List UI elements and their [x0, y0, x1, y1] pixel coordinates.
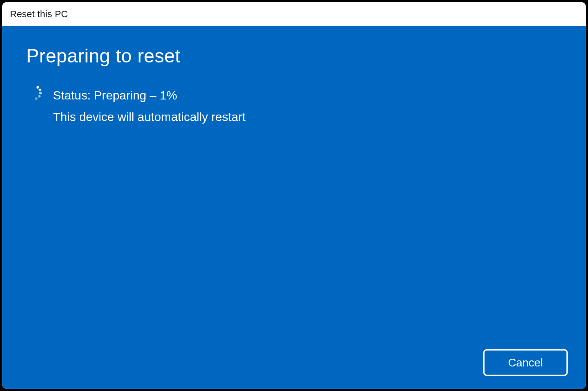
status-row: Status: Preparing – 1% This device will … [26, 85, 562, 128]
status-text-block: Status: Preparing – 1% This device will … [53, 85, 246, 128]
progress-spinner-icon [26, 85, 42, 100]
dialog-footer: Cancel [483, 349, 568, 376]
cancel-button[interactable]: Cancel [483, 349, 568, 376]
reset-pc-dialog: Reset this PC Preparing to reset Status:… [2, 2, 586, 389]
page-heading: Preparing to reset [26, 45, 562, 67]
dialog-content: Preparing to reset Status: Preparing – 1… [2, 26, 586, 389]
status-line: Status: Preparing – 1% [53, 85, 246, 106]
dialog-titlebar: Reset this PC [2, 2, 586, 26]
dialog-title: Reset this PC [10, 9, 68, 20]
restart-notice: This device will automatically restart [53, 106, 246, 128]
